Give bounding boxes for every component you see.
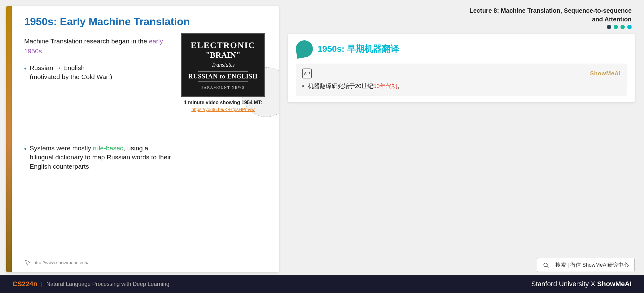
- card-header: A⁻¹ ShowMeAI: [302, 69, 621, 78]
- card-content: • 机器翻译研究始于20世纪50年代初。: [302, 82, 621, 91]
- intro-paragraph: Machine Translation research began in th…: [24, 36, 173, 56]
- footer-course: CS224n: [12, 280, 37, 288]
- right-slide-title: 1950s: 早期机器翻译: [318, 43, 399, 55]
- video-link[interactable]: https://youtu.be/K-HfpsHPmvw: [191, 107, 255, 112]
- video-line1: ELECTRONIC: [191, 40, 255, 51]
- footer-left: CS224n | Natural Language Processing wit…: [12, 280, 169, 288]
- video-thumbnail: ELECTRONIC "BRAIN" Translates RUSSIAN to…: [181, 33, 265, 97]
- bullet-list: • Russian → English (motivated by the Co…: [24, 63, 173, 82]
- video-line2: "BRAIN": [206, 51, 241, 60]
- lecture-dots: [288, 25, 632, 29]
- svg-point-0: [544, 263, 548, 267]
- footer: CS224n | Natural Language Processing wit…: [0, 275, 644, 293]
- footer-url-text: http://www.showmeai.tech/: [33, 260, 89, 265]
- search-divider: [552, 262, 552, 269]
- video-line3: Translates: [211, 62, 234, 68]
- footer-right: Stanford University X ShowMeAI: [531, 280, 632, 288]
- showmeai-brand-label: ShowMeAI: [590, 70, 621, 77]
- search-text: 搜索 | 微信 ShowMeAI研究中心: [555, 261, 629, 269]
- bullet-item-1: • Russian → English (motivated by the Co…: [24, 63, 173, 82]
- video-line4: RUSSIAN to ENGLISH: [188, 73, 258, 80]
- footer-subtitle: Natural Language Processing with Deep Le…: [46, 281, 169, 287]
- bullet-item-2: • Systems were mostly rule-based, using …: [24, 144, 173, 171]
- intro-text-end: .: [42, 47, 44, 55]
- dot-4: [627, 25, 632, 29]
- bullet-dot-2: •: [24, 144, 27, 154]
- slide-accent-bar: [6, 6, 12, 272]
- highlight-years: 50年代初: [373, 83, 397, 89]
- rule-based-highlight: rule-based: [93, 144, 124, 152]
- bullet-text-2: Systems were mostly rule-based, using a …: [30, 144, 173, 171]
- right-panel: Lecture 8: Machine Translation, Sequence…: [288, 6, 635, 272]
- lecture-header: Lecture 8: Machine Translation, Sequence…: [288, 6, 635, 29]
- svg-line-1: [547, 266, 549, 268]
- teal-shape-icon: [295, 39, 314, 59]
- search-bar[interactable]: 搜索 | 微信 ShowMeAI研究中心: [537, 258, 635, 272]
- bullet-list-2: • Systems were mostly rule-based, using …: [24, 144, 173, 171]
- footer-x: X: [591, 280, 597, 288]
- footer-separator: |: [41, 281, 43, 287]
- footer-url-section: http://www.showmeai.tech/: [24, 253, 266, 266]
- search-icon: [543, 262, 549, 268]
- dot-1: [607, 25, 611, 29]
- video-line5: PARAMOUNT NEWS: [201, 85, 245, 90]
- intro-text-pre: Machine Translation research began in th…: [24, 38, 149, 45]
- translation-card: A⁻¹ ShowMeAI • 机器翻译研究始于20世纪50年代初。: [296, 64, 627, 96]
- card-text: 机器翻译研究始于20世纪50年代初。: [308, 82, 403, 91]
- right-slide-header: 1950s: 早期机器翻译: [296, 40, 627, 57]
- bullet-text-1: Russian → English (motivated by the Cold…: [30, 63, 112, 82]
- bullet-dot-1: •: [24, 64, 27, 73]
- dot-3: [620, 25, 625, 29]
- ai-icon: A⁻¹: [302, 69, 312, 78]
- right-slide-card: 1950s: 早期机器翻译 A⁻¹ ShowMeAI • 机器翻译研究始于20世…: [288, 34, 635, 102]
- footer-stanford: Stanford University: [531, 280, 589, 288]
- slide-title: 1950s: Early Machine Translation: [24, 16, 266, 28]
- video-caption: 1 minute video showing 1954 MT:: [184, 100, 262, 105]
- cursor-icon: [24, 259, 31, 266]
- video-section: ELECTRONIC "BRAIN" Translates RUSSIAN to…: [180, 33, 266, 112]
- card-bullet: • 机器翻译研究始于20世纪50年代初。: [302, 82, 621, 91]
- slide-panel: 1950s: Early Machine Translation Machine…: [6, 6, 279, 272]
- card-bullet-dot: •: [302, 82, 304, 91]
- lecture-title: Lecture 8: Machine Translation, Sequence…: [288, 6, 632, 24]
- footer-showmeai: ShowMeAI: [597, 280, 632, 288]
- dot-2: [614, 25, 618, 29]
